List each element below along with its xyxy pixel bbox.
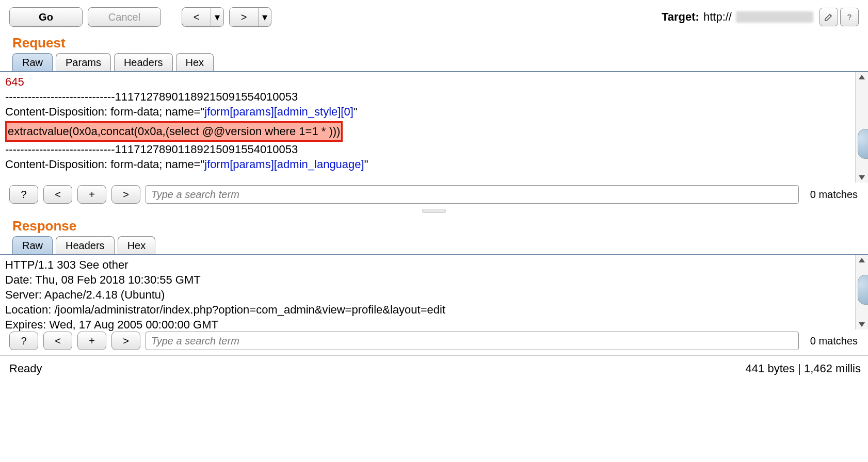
request-raw-text[interactable]: 645 -----------------------------1117127…: [0, 72, 868, 174]
request-search-bar: ? < + > Type a search term 0 matches: [0, 181, 868, 209]
multipart-boundary-a: -----------------------------11171278901…: [5, 90, 298, 103]
cancel-button[interactable]: Cancel: [88, 7, 161, 27]
response-server: Server: Apache/2.4.18 (Ubuntu): [5, 287, 864, 302]
pencil-icon: [824, 12, 833, 22]
search-prev-button[interactable]: <: [43, 185, 72, 204]
response-tabs: Raw Headers Hex: [0, 236, 868, 255]
status-bar: Ready 441 bytes | 1,462 millis: [0, 355, 868, 378]
next-glyph: >: [123, 335, 129, 347]
go-button[interactable]: Go: [9, 7, 83, 27]
tab-headers-request[interactable]: Headers: [114, 53, 173, 71]
help-button[interactable]: ?: [840, 8, 859, 26]
content-length-value: 645: [5, 75, 24, 88]
target-host-redacted: [736, 11, 813, 23]
target-url-prefix: http://: [703, 10, 732, 24]
request-title: Request: [0, 30, 868, 53]
content-disposition-suffix-1: ": [353, 105, 358, 118]
help-glyph: ?: [21, 335, 26, 347]
http-status-line: HTTP/1.1 303 See other: [5, 257, 864, 272]
prev-request-button[interactable]: < ▾: [182, 7, 224, 27]
grip-icon: [422, 209, 446, 213]
next-glyph: >: [123, 189, 129, 201]
scroll-down-icon[interactable]: [859, 175, 865, 180]
scroll-up-icon[interactable]: [859, 75, 865, 79]
search-prev-button[interactable]: <: [43, 332, 72, 350]
response-title: Response: [0, 213, 868, 236]
svg-text:?: ?: [847, 12, 851, 21]
search-next-button[interactable]: >: [111, 185, 140, 204]
tab-raw-label: Raw: [22, 57, 43, 69]
question-icon: ?: [845, 12, 854, 22]
response-scrollbar[interactable]: [855, 255, 868, 329]
scroll-down-icon[interactable]: [859, 322, 865, 327]
content-disposition-prefix-2: Content-Disposition: form-data; name=": [5, 158, 204, 171]
prev-glyph: <: [55, 189, 61, 201]
response-date: Date: Thu, 08 Feb 2018 10:30:55 GMT: [5, 272, 864, 287]
request-scrollbar[interactable]: [855, 72, 868, 183]
search-placeholder: Type a search term: [151, 189, 239, 201]
param-admin-style: jform[params][admin_style][0]: [204, 105, 353, 118]
tab-raw-request[interactable]: Raw: [12, 53, 53, 71]
search-help-button[interactable]: ?: [9, 185, 38, 204]
tab-params[interactable]: Params: [56, 53, 111, 71]
tab-hex-request[interactable]: Hex: [176, 53, 214, 71]
request-pane: 645 -----------------------------1117127…: [0, 72, 868, 181]
boundary-b-dashes: -----------------------------: [5, 143, 115, 156]
target-display: Target: http://: [662, 10, 813, 24]
tab-hex-response-label: Hex: [127, 240, 146, 252]
chevron-left-icon: <: [182, 8, 211, 26]
prev-dropdown-icon[interactable]: ▾: [211, 8, 223, 26]
search-help-button[interactable]: ?: [9, 332, 38, 350]
tab-raw-response-label: Raw: [22, 240, 43, 252]
help-glyph: ?: [21, 189, 26, 201]
request-search-matches: 0 matches: [804, 189, 861, 201]
content-disposition-suffix-2: ": [364, 158, 368, 171]
content-disposition-prefix-1: Content-Disposition: form-data; name=": [5, 105, 204, 118]
request-tabs: Raw Params Headers Hex: [0, 53, 868, 72]
request-search-input[interactable]: Type a search term: [146, 185, 799, 204]
scroll-up-icon[interactable]: [859, 258, 865, 262]
next-dropdown-icon[interactable]: ▾: [258, 8, 271, 26]
edit-target-button[interactable]: [819, 8, 838, 26]
response-pane: HTTP/1.1 303 See otherDate: Thu, 08 Feb …: [0, 255, 868, 327]
search-next-button[interactable]: >: [111, 332, 140, 350]
top-toolbar: Go Cancel < ▾ > ▾ Target: http:// ?: [0, 0, 868, 30]
search-add-button[interactable]: +: [77, 332, 106, 350]
status-bytes-millis: 441 bytes | 1,462 millis: [746, 362, 861, 375]
plus-glyph: +: [89, 335, 95, 347]
response-location: Location: /joomla/administrator/index.ph…: [5, 302, 864, 317]
chevron-right-icon: >: [230, 8, 258, 26]
search-add-button[interactable]: +: [77, 185, 106, 204]
cancel-label: Cancel: [108, 11, 140, 23]
response-expires: Expires: Wed, 17 Aug 2005 00:00:00 GMT: [5, 317, 864, 332]
tab-headers-label: Headers: [124, 57, 163, 69]
tab-raw-response[interactable]: Raw: [12, 236, 53, 254]
response-raw-text[interactable]: HTTP/1.1 303 See otherDate: Thu, 08 Feb …: [0, 255, 868, 334]
plus-glyph: +: [89, 189, 95, 201]
prev-glyph: <: [55, 335, 61, 347]
status-text: Ready: [9, 362, 42, 375]
go-label: Go: [39, 11, 53, 23]
tab-headers-response-label: Headers: [66, 240, 105, 252]
next-request-button[interactable]: > ▾: [229, 7, 271, 27]
tab-headers-response[interactable]: Headers: [56, 236, 115, 254]
sql-injection-payload: extractvalue(0x0a,concat(0x0a,(select @@…: [5, 121, 343, 142]
tab-hex-label: Hex: [186, 57, 204, 69]
tab-hex-response[interactable]: Hex: [118, 236, 156, 254]
target-label: Target:: [662, 10, 699, 24]
search-placeholder: Type a search term: [151, 335, 239, 347]
pane-splitter[interactable]: [0, 209, 868, 213]
scroll-thumb[interactable]: [858, 129, 868, 159]
boundary-b-number: 111712789011892150915540​10053: [115, 143, 298, 156]
tab-params-label: Params: [66, 57, 101, 69]
response-search-matches: 0 matches: [804, 335, 861, 347]
response-search-input[interactable]: Type a search term: [146, 332, 799, 350]
scroll-thumb[interactable]: [858, 275, 868, 305]
param-admin-language: jform[params][admin_language]: [204, 158, 364, 171]
